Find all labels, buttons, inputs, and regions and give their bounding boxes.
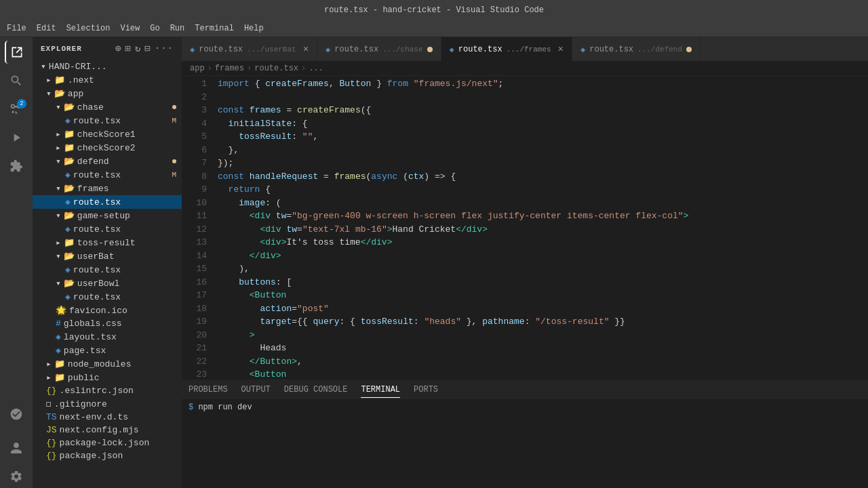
chevron-down-icon: ▾ — [46, 88, 52, 99]
breadcrumb-routetsx[interactable]: route.tsx — [254, 64, 298, 73]
chevron-right-icon: ▸ — [46, 75, 52, 85]
root-label: HAND-CRI... — [49, 62, 107, 72]
menu-selection[interactable]: Selection — [66, 24, 111, 33]
menu-help[interactable]: Help — [244, 24, 264, 33]
breadcrumb-more[interactable]: ... — [309, 64, 323, 73]
chevron-right-icon: ▸ — [56, 237, 61, 248]
menu-view[interactable]: View — [120, 24, 140, 33]
chevron-down-icon: ▾ — [56, 156, 61, 167]
panel-tabs: PROBLEMS OUTPUT DEBUG CONSOLE TERMINAL P… — [182, 380, 868, 399]
chevron-down-icon: ▾ — [56, 102, 61, 113]
code-content[interactable]: import { createFrames, Button } from "fr… — [212, 76, 868, 380]
label: globals.css — [64, 319, 122, 329]
tree-item-package[interactable]: {} package.json — [33, 449, 182, 462]
breadcrumb-app[interactable]: app — [190, 64, 205, 73]
folder-icon: 📂 — [54, 88, 65, 99]
tree-item-eslint[interactable]: {} .eslintrc.json — [33, 384, 182, 397]
tree-item-defend[interactable]: ▾ 📂 defend — [33, 155, 182, 168]
chevron-down-icon: ▾ — [56, 183, 61, 194]
menu-go[interactable]: Go — [150, 24, 159, 33]
activity-settings[interactable] — [5, 465, 28, 488]
chevron-right-icon: ▸ — [56, 142, 61, 153]
activity-run[interactable] — [5, 126, 28, 149]
tree-item-chase-route[interactable]: ◈ route.tsx M — [33, 114, 182, 127]
tree-item-favicon[interactable]: 🌟 favicon.ico — [33, 304, 182, 317]
tab-label: route.tsx — [458, 45, 502, 54]
collapse-icon[interactable]: ⊟ — [144, 43, 151, 54]
tree-item-nextconfig[interactable]: JS next.config.mjs — [33, 424, 182, 436]
label: game-setup — [77, 211, 130, 221]
tab-defend-route[interactable]: ◈ route.tsx .../defend — [572, 37, 701, 61]
tab-problems[interactable]: PROBLEMS — [189, 382, 228, 397]
tree-item-next[interactable]: ▸ 📁 .next — [33, 73, 182, 87]
tree-item-gamesetup-route[interactable]: ◈ route.tsx — [33, 222, 182, 236]
tree-item-nodemodules[interactable]: ▸ 📁 node_modules — [33, 357, 182, 371]
tree-item-userbowl-route[interactable]: ◈ route.tsx — [33, 290, 182, 304]
chevron-down-icon: ▾ — [56, 278, 61, 289]
close-icon[interactable]: × — [558, 44, 564, 55]
tree-item-tossresult[interactable]: ▸ 📁 toss-result — [33, 236, 182, 249]
activity-remote[interactable] — [5, 403, 28, 426]
close-icon[interactable]: × — [303, 44, 309, 55]
json-file-icon: {} — [46, 451, 57, 461]
tab-chase-route[interactable]: ◈ route.tsx .../chase — [317, 37, 441, 61]
tab-userbat-route[interactable]: ◈ route.tsx .../userBat × — [182, 37, 317, 61]
tree-item-gamesetup[interactable]: ▾ 📂 game-setup — [33, 209, 182, 222]
tree-item-userbat-route[interactable]: ◈ route.tsx — [33, 263, 182, 277]
breadcrumb-frames[interactable]: frames — [215, 64, 244, 73]
folder-icon: 📂 — [64, 251, 75, 262]
folder-icon: 📁 — [54, 372, 65, 383]
folder-icon: 📂 — [64, 210, 75, 221]
menu-terminal[interactable]: Terminal — [195, 24, 234, 33]
menu-file[interactable]: File — [7, 24, 26, 33]
activity-source-control[interactable]: 2 — [5, 98, 28, 121]
editor-area: ◈ route.tsx .../userBat × ◈ route.tsx ..… — [182, 37, 868, 488]
tab-terminal[interactable]: TERMINAL — [361, 382, 400, 398]
tab-output[interactable]: OUTPUT — [241, 382, 271, 397]
chevron-right-icon: ▸ — [46, 372, 52, 383]
tree-item-frames-route[interactable]: ◈ route.tsx — [33, 195, 182, 209]
tab-frames-route[interactable]: ◈ route.tsx .../frames × — [441, 37, 572, 61]
new-folder-icon[interactable]: ⊞ — [125, 43, 131, 54]
titlebar: route.tsx - hand-cricket - Visual Studio… — [0, 0, 868, 20]
label: layout.tsx — [64, 332, 117, 342]
menu-run[interactable]: Run — [170, 24, 185, 33]
tree-item-userbat[interactable]: ▾ 📂 userBat — [33, 249, 182, 263]
activity-explorer[interactable] — [5, 41, 28, 64]
tab-path: .../defend — [637, 45, 682, 54]
tree-item-defend-route[interactable]: ◈ route.tsx M — [33, 168, 182, 182]
tree-root[interactable]: ▾ HAND-CRI... — [33, 60, 182, 73]
tree-item-checkscore2[interactable]: ▸ 📁 checkScore2 — [33, 141, 182, 155]
tree-item-checkscore1[interactable]: ▸ 📁 checkScore1 — [33, 127, 182, 141]
refresh-icon[interactable]: ↻ — [135, 43, 141, 54]
label: next.config.mjs — [60, 425, 139, 435]
tree-item-frames[interactable]: ▾ 📂 frames — [33, 182, 182, 195]
editor-tabs: ◈ route.tsx .../userBat × ◈ route.tsx ..… — [182, 37, 868, 61]
menu-edit[interactable]: Edit — [37, 24, 56, 33]
activity-search[interactable] — [5, 69, 28, 92]
tree-item-layout[interactable]: ◈ layout.tsx — [33, 330, 182, 344]
tree-item-userbowl[interactable]: ▾ 📂 userBowl — [33, 277, 182, 290]
tree-item-app[interactable]: ▾ 📂 app — [33, 87, 182, 100]
tree-item-page[interactable]: ◈ page.tsx — [33, 344, 182, 357]
tab-debug-console[interactable]: DEBUG CONSOLE — [284, 382, 348, 397]
terminal-content[interactable]: $ npm run dev — [182, 399, 868, 488]
more-icon[interactable]: ··· — [155, 43, 174, 54]
ts-file-icon: ◈ — [65, 224, 71, 235]
tree-item-gitignore[interactable]: ◻ .gitignore — [33, 397, 182, 411]
label: app — [68, 89, 83, 99]
folder-icon: 📂 — [64, 278, 75, 289]
tree-item-nextenv[interactable]: TS next-env.d.ts — [33, 411, 182, 424]
label: checkScore1 — [77, 129, 136, 140]
tab-ports[interactable]: PORTS — [414, 382, 438, 397]
tree-item-globalscss[interactable]: # globals.css — [33, 317, 182, 330]
new-file-icon[interactable]: ⊕ — [115, 43, 121, 54]
label: .next — [68, 75, 94, 85]
activity-extensions[interactable] — [5, 155, 28, 178]
tree-item-packagelock[interactable]: {} package-lock.json — [33, 436, 182, 449]
activity-account[interactable] — [5, 436, 28, 460]
label: userBat — [77, 251, 115, 262]
tree-item-chase[interactable]: ▾ 📂 chase — [33, 100, 182, 114]
tree-item-public[interactable]: ▸ 📁 public — [33, 371, 182, 384]
activitybar: 2 — [0, 37, 33, 488]
